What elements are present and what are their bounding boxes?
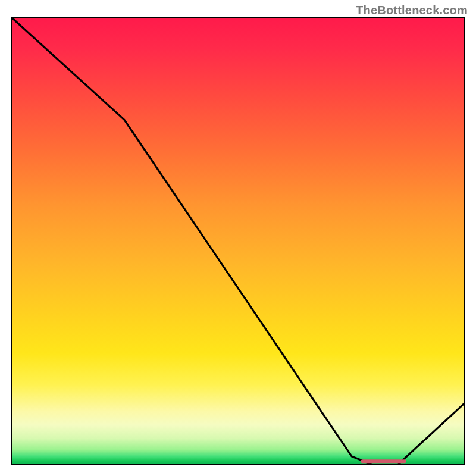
chart-plot-area xyxy=(11,17,465,465)
watermark-text: TheBottleneck.com xyxy=(356,4,468,17)
chart-overlay-svg xyxy=(11,17,465,465)
svg-rect-0 xyxy=(361,459,406,463)
optimal-band-marker xyxy=(361,459,406,463)
bottleneck-curve-line xyxy=(11,17,465,465)
